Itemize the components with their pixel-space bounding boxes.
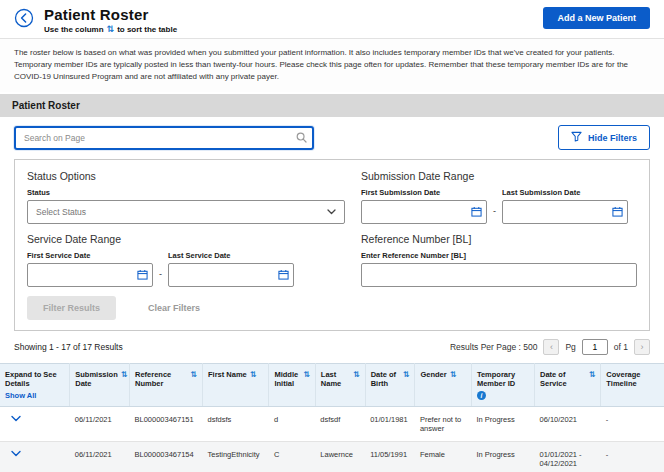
chevron-left-icon: ‹ xyxy=(550,342,553,352)
calendar-icon[interactable] xyxy=(137,269,148,280)
range-separator: - xyxy=(493,206,496,224)
first-service-date-field: First Service Date xyxy=(27,251,153,287)
show-all-link[interactable]: Show All xyxy=(5,391,36,400)
cell-temporary-member-id: In Progress xyxy=(471,442,534,472)
column-header-temporary-member-id: Temporary Member ID i xyxy=(471,364,534,407)
last-submission-date-input[interactable] xyxy=(502,200,628,224)
cell-date-of-birth: 01/01/1981 xyxy=(365,407,415,442)
back-button[interactable] xyxy=(14,8,34,28)
cell-expand xyxy=(0,407,70,442)
cell-expand xyxy=(0,442,70,472)
expand-row-button[interactable] xyxy=(5,450,21,457)
filter-actions: Filter Results Clear Filters xyxy=(27,296,637,320)
calendar-icon[interactable] xyxy=(278,269,289,280)
column-header-middle-initial[interactable]: Middle Initial⇅ xyxy=(269,364,315,407)
service-range-heading: Service Date Range xyxy=(27,233,345,245)
info-icon[interactable]: i xyxy=(477,391,486,400)
first-service-date-label: First Service Date xyxy=(27,251,153,260)
column-header-gender[interactable]: Gender⇅ xyxy=(415,364,471,407)
clear-filters-button[interactable]: Clear Filters xyxy=(142,302,206,314)
pg-label: Pg xyxy=(565,342,575,352)
chevron-down-icon xyxy=(11,445,21,460)
reference-number-group: Reference Number [BL] Enter Reference Nu… xyxy=(361,233,637,287)
last-submission-date-field: Last Submission Date xyxy=(502,188,628,224)
search-toolbar: Hide Filters xyxy=(0,117,664,156)
cell-gender: Prefer not to answer xyxy=(415,407,471,442)
reference-number-input[interactable] xyxy=(361,263,637,287)
sort-icon[interactable]: ⇅ xyxy=(403,371,410,388)
column-header-submission-date[interactable]: Submission Date⇅ xyxy=(70,364,130,407)
first-service-date-input[interactable] xyxy=(27,263,153,287)
filters-panel: Status Options Status Select Status Subm… xyxy=(14,159,650,331)
table-row: 06/11/2021 BL000003467151 dsfdsfs d dsfs… xyxy=(0,407,664,442)
title-block: Patient Roster Use the column ⇅ to sort … xyxy=(44,6,177,34)
sort-icon[interactable]: ⇅ xyxy=(589,371,596,388)
sort-icon[interactable]: ⇅ xyxy=(121,371,128,388)
filters-row-1: Status Options Status Select Status Subm… xyxy=(27,170,637,224)
intro-text: The roster below is based on what was pr… xyxy=(0,39,664,92)
cell-coverage-timeline: - xyxy=(601,407,664,442)
sort-icon[interactable]: ⇅ xyxy=(250,371,257,379)
filters-row-2: Service Date Range First Service Date xyxy=(27,233,637,287)
cell-date-of-birth: 11/05/1991 xyxy=(365,442,415,472)
column-header-last-name[interactable]: Last Name⇅ xyxy=(315,364,365,407)
calendar-icon[interactable] xyxy=(612,206,623,217)
cell-reference-number: BL000003467154 xyxy=(129,442,202,472)
results-bar: Showing 1 - 17 of 17 Results Results Per… xyxy=(0,331,664,361)
column-header-reference-number[interactable]: Reference Number⇅ xyxy=(129,364,202,407)
patient-roster-table: Expand to See Details Show All Submissio… xyxy=(0,363,664,472)
top-header: Patient Roster Use the column ⇅ to sort … xyxy=(0,0,664,39)
cell-middle-initial: d xyxy=(269,407,315,442)
sort-icon[interactable]: ⇅ xyxy=(353,371,360,388)
status-select[interactable]: Select Status xyxy=(27,200,345,224)
status-options-heading: Status Options xyxy=(27,170,345,182)
column-header-date-of-service[interactable]: Date of Service⇅ xyxy=(534,364,600,407)
cell-date-of-service: 06/10/2021 xyxy=(534,407,600,442)
cell-first-name: TestingEthnicity xyxy=(203,442,269,472)
page-title: Patient Roster xyxy=(44,6,177,23)
cell-middle-initial: C xyxy=(269,442,315,472)
sort-icon[interactable]: ⇅ xyxy=(190,371,197,388)
column-header-first-name[interactable]: First Name⇅ xyxy=(203,364,269,407)
section-header: Patient Roster xyxy=(0,94,664,117)
page-number-input[interactable] xyxy=(582,339,608,355)
table-row: 06/11/2021 BL000003467154 TestingEthnici… xyxy=(0,442,664,472)
chevron-down-icon xyxy=(11,410,21,425)
cell-reference-number: BL000003467151 xyxy=(129,407,202,442)
cell-last-name: Lawernce xyxy=(315,442,365,472)
results-per-page: Results Per Page : 500 xyxy=(450,342,537,352)
reference-number-heading: Reference Number [BL] xyxy=(361,233,637,245)
calendar-icon[interactable] xyxy=(471,206,482,217)
next-page-button[interactable]: › xyxy=(634,339,650,355)
range-separator: - xyxy=(159,269,162,287)
status-select-value: Select Status xyxy=(36,207,86,217)
table-header-row: Expand to See Details Show All Submissio… xyxy=(0,364,664,407)
patient-roster-page: Patient Roster Use the column ⇅ to sort … xyxy=(0,0,664,472)
column-header-date-of-birth[interactable]: Date of Birth⇅ xyxy=(365,364,415,407)
column-header-coverage-timeline: Coverage Timeline xyxy=(601,364,664,407)
submission-range-heading: Submission Date Range xyxy=(361,170,637,182)
search-field xyxy=(14,126,314,150)
cell-temporary-member-id: In Progress xyxy=(471,407,534,442)
status-options-group: Status Options Status Select Status xyxy=(27,170,345,224)
results-count: Showing 1 - 17 of 17 Results xyxy=(14,342,123,352)
reference-number-label: Enter Reference Number [BL] xyxy=(361,251,637,260)
first-submission-date-field: First Submission Date xyxy=(361,188,487,224)
sort-icon[interactable]: ⇅ xyxy=(450,371,457,379)
sort-icon: ⇅ xyxy=(107,25,115,34)
first-submission-date-input[interactable] xyxy=(361,200,487,224)
cell-coverage-timeline: - xyxy=(601,442,664,472)
search-icon xyxy=(296,132,307,143)
expand-row-button[interactable] xyxy=(5,415,21,422)
hide-filters-button[interactable]: Hide Filters xyxy=(558,125,650,150)
last-service-date-input[interactable] xyxy=(168,263,294,287)
filter-funnel-icon xyxy=(571,131,582,144)
sort-icon[interactable]: ⇅ xyxy=(303,371,310,388)
cell-gender: Female xyxy=(415,442,471,472)
filter-results-button[interactable]: Filter Results xyxy=(27,296,116,320)
add-new-patient-button[interactable]: Add a New Patient xyxy=(543,7,650,29)
last-submission-date-label: Last Submission Date xyxy=(502,188,628,197)
chevron-left-circle-icon xyxy=(14,16,34,31)
search-input[interactable] xyxy=(14,126,314,150)
prev-page-button[interactable]: ‹ xyxy=(543,339,559,355)
